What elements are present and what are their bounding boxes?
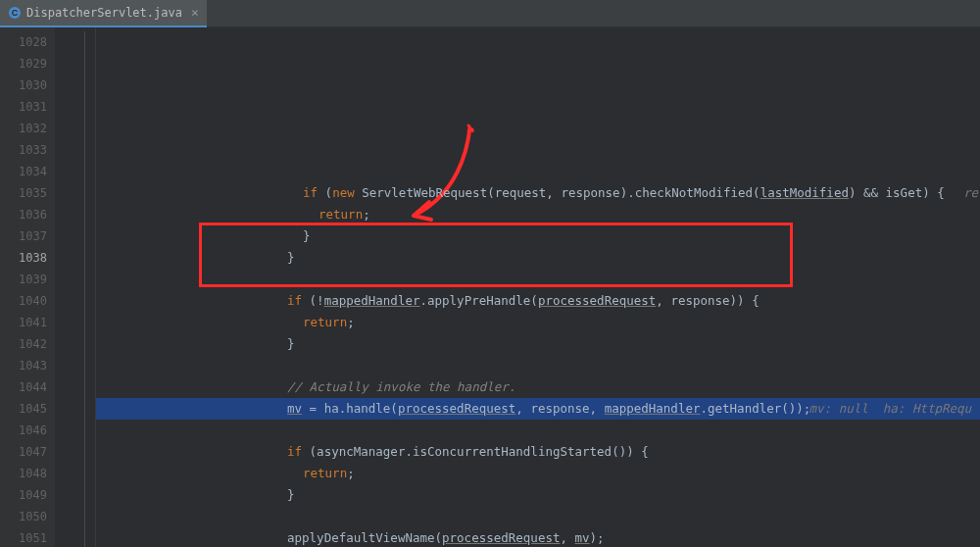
tab-filename: DispatcherServlet.java: [26, 6, 182, 20]
line-number: 1031: [0, 96, 47, 118]
line-number: 1032: [0, 118, 47, 139]
code-line[interactable]: }: [96, 484, 980, 506]
code-line[interactable]: return;: [96, 312, 980, 333]
line-number: 1043: [0, 355, 47, 376]
line-number: 1037: [0, 225, 47, 247]
line-number: 1029: [0, 53, 47, 75]
line-number: 1046: [0, 420, 47, 441]
file-tab[interactable]: C DispatcherServlet.java ×: [0, 0, 207, 27]
java-class-icon: C: [8, 6, 22, 20]
inline-debug-hint: mv: null ha: HttpRequ: [802, 398, 971, 420]
close-icon[interactable]: ×: [191, 5, 199, 20]
line-number: 1050: [0, 506, 47, 527]
line-number: 1036: [0, 204, 47, 225]
inline-hint: re: [949, 182, 978, 204]
line-number: 1035: [0, 182, 47, 204]
line-number: 1041: [0, 312, 47, 333]
fold-guide-line: [84, 31, 85, 547]
line-number: 1040: [0, 290, 47, 312]
line-number-gutter[interactable]: 1028102910301031103210331034103510361037…: [0, 27, 55, 547]
code-line[interactable]: [96, 269, 980, 290]
code-line[interactable]: [96, 506, 980, 527]
line-number: 1049: [0, 484, 47, 506]
line-number: 1045: [0, 398, 47, 420]
code-line[interactable]: [96, 420, 980, 441]
line-number: 1048: [0, 463, 47, 484]
code-line[interactable]: // Actually invoke the handler.: [96, 376, 980, 398]
line-number: 1044: [0, 376, 47, 398]
code-line[interactable]: applyDefaultViewName(processedRequest, m…: [96, 527, 980, 547]
code-line[interactable]: }: [96, 333, 980, 355]
line-number: 1028: [0, 31, 47, 53]
code-line[interactable]: if (!mappedHandler.applyPreHandle(proces…: [96, 290, 980, 312]
code-line[interactable]: }: [96, 225, 980, 247]
editor-area: 1028102910301031103210331034103510361037…: [0, 27, 980, 547]
line-number: 1047: [0, 441, 47, 463]
code-editor[interactable]: if (new ServletWebRequest(request, respo…: [96, 27, 980, 547]
line-number: 1030: [0, 75, 47, 96]
fold-gutter[interactable]: [55, 27, 96, 547]
line-number: 1033: [0, 139, 47, 161]
code-line[interactable]: return;: [96, 204, 980, 225]
line-number: 1038: [0, 247, 47, 269]
line-number: 1051: [0, 527, 47, 547]
code-line[interactable]: if (asyncManager.isConcurrentHandlingSta…: [96, 441, 980, 463]
code-line[interactable]: mv = ha.handle(processedRequest, respons…: [96, 398, 980, 420]
line-number: 1042: [0, 333, 47, 355]
code-line[interactable]: if (new ServletWebRequest(request, respo…: [96, 182, 980, 204]
code-line[interactable]: }: [96, 247, 980, 269]
code-line[interactable]: return;: [96, 463, 980, 484]
line-number: 1039: [0, 269, 47, 290]
code-line[interactable]: [96, 355, 980, 376]
svg-text:C: C: [12, 8, 19, 18]
tab-bar: C DispatcherServlet.java ×: [0, 0, 980, 27]
line-number: 1034: [0, 161, 47, 182]
